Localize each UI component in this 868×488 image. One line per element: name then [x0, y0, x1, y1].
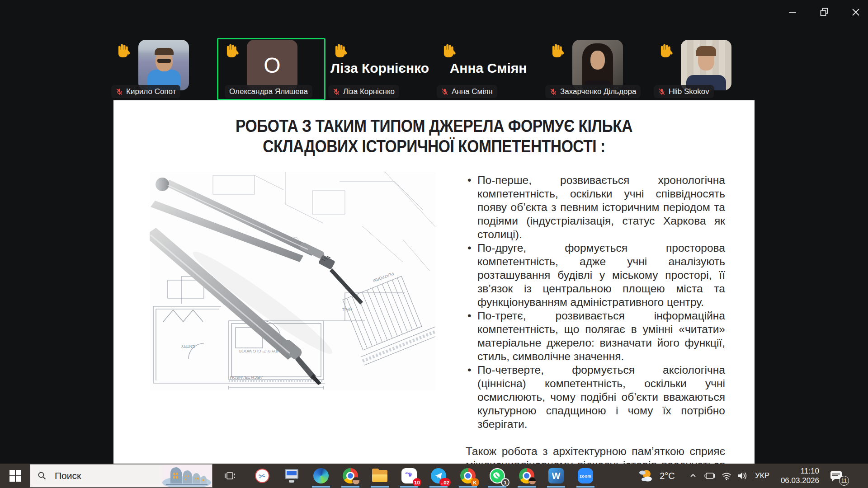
taskbar-app-zoom[interactable]: zoom: [576, 467, 594, 485]
taskbar-app-telegram[interactable]: ..02: [429, 467, 448, 485]
participant-video: [138, 40, 189, 90]
edge-icon: [313, 468, 329, 483]
slide-title-line2: СКЛАДОВИХ ІСТОРИЧНОЇ КОМПЕТЕНТНОСТІ :: [158, 136, 709, 156]
zoom-icon: zoom: [578, 468, 593, 483]
volume-button[interactable]: [734, 464, 750, 488]
taskbar-app-chrome-profile-2[interactable]: [518, 467, 536, 485]
taskbar-app-word[interactable]: W: [547, 467, 565, 485]
weather-widget[interactable]: [637, 464, 655, 488]
temperature-label[interactable]: 2°C: [656, 464, 679, 488]
participant-tile[interactable]: Анна Сміян Анна Сміян: [434, 38, 542, 100]
restore-icon: [819, 7, 830, 18]
word-icon: W: [548, 468, 564, 483]
raised-hand-icon: [332, 42, 349, 60]
wifi-button[interactable]: [719, 464, 734, 488]
search-placeholder: Поиск: [55, 470, 81, 481]
raised-hand-icon: [115, 42, 132, 60]
participant-name-pill: Hlib Skokov: [654, 85, 714, 98]
telegram-badge: ..02: [439, 478, 451, 487]
participant-tile[interactable]: Hlib Skokov: [651, 38, 760, 100]
participant-video: [681, 40, 731, 90]
weather-icon: [638, 468, 653, 483]
participant-name-pill: Ліза Корнієнко: [328, 85, 399, 98]
raised-hand-icon: [657, 42, 675, 60]
minimize-button[interactable]: [785, 5, 800, 20]
participant-tile[interactable]: Кирило Сопот: [108, 38, 217, 100]
raised-hand-icon: [440, 42, 458, 60]
close-icon: [851, 7, 861, 17]
svg-text:ENTRY: ENTRY: [181, 344, 195, 349]
running-indicator: [400, 486, 418, 488]
search-input[interactable]: Поиск: [30, 464, 212, 488]
wireless-display-button[interactable]: [702, 464, 718, 488]
chevron-up-icon: [689, 472, 697, 480]
running-indicator: [459, 486, 477, 488]
close-button[interactable]: [848, 5, 863, 20]
chrome-icon: [519, 468, 534, 483]
running-indicator: [547, 486, 565, 488]
clock[interactable]: 11:10 06.03.2026: [774, 464, 819, 488]
slide-bullet: По-четверте, формується аксіологічна (ці…: [466, 363, 725, 431]
word-letter: W: [552, 471, 561, 481]
taskbar-app-chrome-profile-k[interactable]: K: [459, 467, 477, 485]
participant-name: Захарченко Дільдора: [560, 87, 636, 96]
tray-overflow-button[interactable]: [685, 464, 701, 488]
restore-button[interactable]: [816, 5, 832, 20]
running-indicator: [576, 486, 594, 488]
task-view-icon: [224, 470, 236, 482]
slide-bullet: По-друге, формується просторова компетен…: [466, 241, 725, 309]
windows-logo-icon: [9, 470, 21, 482]
tray-date: 06.03.2026: [781, 476, 819, 485]
language-indicator[interactable]: УКР: [751, 464, 773, 488]
notification-center-button[interactable]: 11: [824, 464, 849, 488]
participant-name-pill: Кирило Сопот: [111, 85, 180, 98]
participant-name: Кирило Сопот: [126, 87, 176, 96]
wifi-icon: [721, 471, 732, 481]
participant-display-name: Ліза Корнієнко: [326, 61, 434, 76]
running-indicator: [341, 486, 359, 488]
slide-bullet: По-третє, розвивається інформаційна комп…: [466, 309, 725, 363]
minimize-icon: [788, 7, 797, 17]
slide-text-column: По-перше, розвивається хронологічна комп…: [466, 174, 725, 488]
mic-muted-icon: [658, 88, 665, 95]
taskbar-app-edge[interactable]: [312, 467, 330, 485]
taskbar-app-file-explorer[interactable]: [371, 467, 389, 485]
slide-title-line1: РОБОТА З ТАКИМ ТИПОМ ДЖЕРЕЛА ФОРМУЄ КІЛЬ…: [158, 116, 709, 136]
taskbar-app-chrome-profile-1[interactable]: [341, 467, 359, 485]
search-highlight-image[interactable]: [161, 465, 212, 487]
taskbar-app-snipping-tool[interactable]: ✂: [253, 467, 271, 485]
slide-bullet: По-перше, розвивається хронологічна комп…: [466, 174, 725, 241]
participant-name: Ліза Корнієнко: [343, 87, 395, 96]
snipping-tool-icon: ✂: [253, 467, 271, 485]
search-icon: [38, 471, 47, 480]
zoom-label: zoom: [580, 474, 591, 479]
notification-count-badge: 11: [839, 476, 849, 486]
running-indicator: [429, 486, 448, 488]
svg-text:ARCH TRANSOM: ARCH TRANSOM: [230, 375, 263, 380]
task-view-button[interactable]: [220, 466, 240, 486]
mic-muted-icon: [441, 88, 448, 95]
running-indicator: [371, 486, 389, 488]
participant-tile[interactable]: Захарченко Дільдора: [542, 38, 651, 100]
chrome-icon: [343, 468, 358, 483]
mic-muted-icon: [116, 88, 123, 95]
taskbar-app-whatsapp[interactable]: 1: [488, 467, 506, 485]
running-indicator: [488, 486, 506, 488]
tray-time: 11:10: [801, 466, 819, 476]
participant-avatar: О: [247, 40, 297, 90]
taskbar-app-on-screen-keyboard[interactable]: [283, 467, 301, 485]
profile-avatar-icon: [528, 477, 536, 485]
taskbar-app-viber[interactable]: 10: [400, 467, 418, 485]
avatar-letter: О: [264, 53, 280, 78]
participant-tile[interactable]: Ліза Корнієнко Ліза Корнієнко: [326, 38, 434, 100]
wireless-display-icon: [704, 471, 715, 480]
chrome-profile-badge: K: [471, 478, 479, 487]
start-button[interactable]: [5, 464, 26, 488]
blueprint-image: STUDY 9'-7" CLG WOOD ENTRY HALL PLATFORM…: [150, 172, 435, 390]
participant-name-pill: Анна Сміян: [437, 85, 497, 98]
participant-display-name: Анна Сміян: [434, 61, 542, 76]
participant-tile-active-speaker[interactable]: О Олександра Ялишева: [217, 38, 326, 100]
profile-avatar-icon: [352, 477, 360, 485]
mic-muted-icon: [550, 88, 557, 95]
viber-badge: 10: [413, 478, 421, 487]
